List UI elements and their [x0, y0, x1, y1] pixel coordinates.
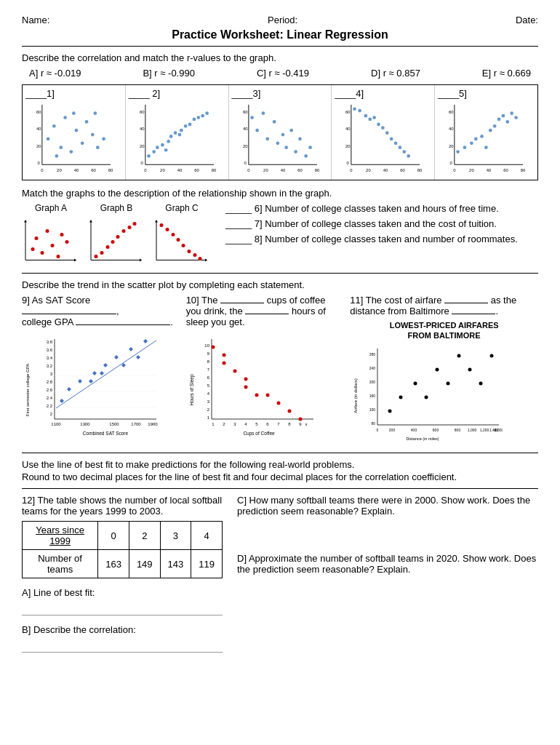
svg-text:60: 60 — [140, 110, 145, 114]
svg-text:20: 20 — [242, 144, 247, 148]
svg-marker-150 — [205, 259, 207, 262]
svg-text:d: d — [495, 428, 497, 432]
svg-text:20: 20 — [367, 168, 372, 172]
svg-point-41 — [169, 135, 173, 138]
svg-line-194 — [56, 340, 156, 408]
qb-answer: B] Describe the correlation: — [22, 624, 223, 635]
svg-text:80: 80 — [314, 168, 319, 172]
q11-col: 11] The cost of airfare as the distance … — [350, 295, 538, 445]
svg-point-223 — [244, 378, 247, 381]
svg-point-141 — [100, 251, 104, 255]
svg-point-73 — [298, 138, 302, 141]
svg-marker-182 — [60, 399, 64, 403]
q9-blank1[interactable] — [22, 314, 116, 314]
row-val-3: 143 — [160, 550, 191, 578]
svg-point-23 — [93, 111, 97, 115]
svg-text:6: 6 — [207, 375, 209, 380]
svg-text:0: 0 — [351, 168, 353, 172]
graph-b-svg — [87, 215, 145, 266]
svg-text:60: 60 — [91, 168, 96, 172]
svg-point-227 — [276, 402, 280, 405]
svg-point-254 — [436, 368, 439, 372]
col-header-3: 3 — [160, 522, 191, 550]
coffee-sleep-chart: Hours of Sleep 1 2 3 4 5 6 7 8 9 10 1 2 … — [186, 332, 343, 439]
scatter-graph-3: ____3] 0 20 40 60 80 0 20 40 60 — [229, 85, 332, 180]
svg-point-95 — [390, 138, 393, 141]
col-header-0: Years since 1999 — [23, 522, 98, 550]
scatter-graph-4: ____4] 0 20 40 60 80 0 20 40 60 — [332, 85, 435, 180]
svg-point-252 — [414, 382, 417, 386]
svg-text:2: 2 — [223, 422, 225, 426]
header-row: Name: Period: Date: — [22, 15, 538, 25]
scatter-graph-2: ____ 2] 0 20 40 60 80 0 20 40 60 — [126, 85, 229, 180]
svg-text:1500: 1500 — [109, 422, 119, 426]
svg-point-87 — [353, 107, 357, 111]
scatter-label-1: ____1] — [25, 88, 122, 99]
svg-text:40: 40 — [449, 127, 454, 131]
q9-col: 9] As SAT Score , college GPA . First se… — [22, 295, 179, 439]
qa-line[interactable] — [22, 601, 223, 615]
svg-point-50 — [164, 148, 168, 152]
svg-point-111 — [456, 150, 460, 154]
svg-point-40 — [167, 140, 170, 143]
svg-point-70 — [284, 146, 288, 149]
svg-marker-192 — [136, 355, 140, 359]
svg-point-42 — [173, 131, 177, 135]
svg-point-47 — [196, 116, 200, 119]
svg-point-129 — [35, 236, 39, 240]
svg-marker-126 — [74, 259, 76, 262]
scatter-plots-row: ____1] 0 20 40 60 80 0 20 40 60 — [22, 84, 538, 180]
scatter-svg-2: 0 20 40 60 80 0 20 40 60 — [129, 100, 225, 173]
svg-point-135 — [65, 240, 69, 244]
divider-1 — [22, 46, 538, 47]
scatter-label-5: ____5] — [438, 88, 535, 99]
svg-point-18 — [85, 120, 89, 124]
svg-text:1,200: 1,200 — [480, 428, 489, 432]
svg-text:600: 600 — [433, 428, 439, 432]
svg-point-228 — [287, 410, 291, 413]
svg-text:800: 800 — [455, 428, 461, 432]
svg-point-16 — [75, 129, 79, 132]
svg-text:0: 0 — [38, 161, 41, 165]
qb-line[interactable] — [22, 638, 223, 653]
sat-gpa-svg: First semester college GPA 2 2.2 2.4 2.6… — [22, 332, 160, 437]
svg-point-92 — [377, 123, 381, 127]
svg-point-134 — [60, 233, 64, 236]
svg-point-43 — [180, 129, 183, 132]
q10-blank2[interactable] — [245, 314, 289, 314]
svg-text:2: 2 — [207, 407, 209, 412]
q9-blank2[interactable] — [76, 324, 170, 325]
divider-3 — [22, 453, 538, 453]
svg-text:3: 3 — [50, 372, 53, 376]
q10-blank1[interactable] — [220, 303, 264, 303]
svg-point-153 — [166, 228, 169, 231]
svg-text:40: 40 — [74, 168, 79, 172]
svg-marker-185 — [89, 379, 93, 383]
svg-point-94 — [385, 131, 389, 135]
svg-text:40: 40 — [487, 168, 492, 172]
svg-text:First semester college GPA: First semester college GPA — [25, 364, 30, 417]
q11-blank2[interactable] — [452, 314, 495, 314]
table-left-col: 12] The table shows the number of local … — [22, 495, 223, 656]
graph-b: Graph B — [87, 203, 145, 266]
svg-point-38 — [156, 146, 159, 149]
svg-marker-151 — [155, 220, 158, 223]
section1-instruction: Describe the correlation and match the r… — [22, 52, 538, 63]
svg-point-96 — [394, 141, 398, 145]
svg-text:0: 0 — [347, 161, 350, 165]
q9-text: 9] As SAT Score , college GPA . — [22, 295, 179, 327]
svg-point-99 — [407, 154, 411, 158]
svg-point-75 — [308, 146, 312, 149]
chart-title-2: FROM BALTIMORE — [350, 331, 538, 340]
svg-point-158 — [193, 253, 197, 257]
svg-text:60: 60 — [401, 168, 406, 172]
svg-text:5: 5 — [255, 422, 258, 426]
svg-text:0: 0 — [244, 161, 247, 165]
svg-point-251 — [399, 396, 403, 399]
q12-desc: 12] The table shows the number of local … — [22, 495, 223, 517]
svg-text:40: 40 — [345, 127, 351, 131]
svg-point-121 — [506, 120, 510, 124]
graph-c-svg — [153, 215, 211, 266]
q11-blank1[interactable] — [444, 303, 488, 303]
section2-instruction: Match the graphs to the description of t… — [22, 188, 538, 199]
